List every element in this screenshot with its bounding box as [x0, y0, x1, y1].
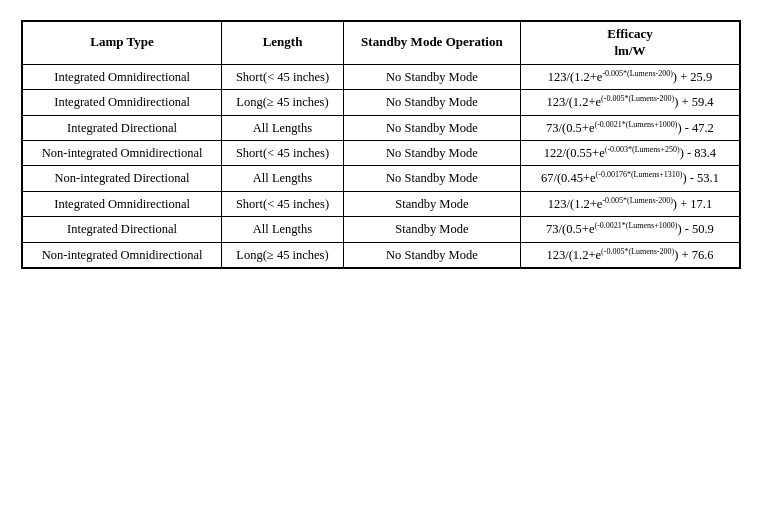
table-row: Non-integrated OmnidirectionalShort(< 45…: [22, 141, 740, 166]
table-row: Non-integrated DirectionalAll LengthsNo …: [22, 166, 740, 191]
cell-standby: No Standby Mode: [343, 242, 520, 268]
cell-standby: No Standby Mode: [343, 166, 520, 191]
cell-length: All Lengths: [222, 217, 344, 242]
cell-length: Long(≥ 45 inches): [222, 90, 344, 115]
cell-efficacy: 73/(0.5+e(-0.0021*(Lumens+1000)) - 50.9: [520, 217, 740, 242]
col-header-efficacy: Efficacy lm/W: [520, 21, 740, 64]
table-row: Integrated OmnidirectionalShort(< 45 inc…: [22, 191, 740, 216]
cell-length: All Lengths: [222, 115, 344, 140]
cell-length: Short(< 45 inches): [222, 141, 344, 166]
cell-efficacy: 67/(0.45+e(-0.00176*(Lumens+1310)) - 53.…: [520, 166, 740, 191]
table-row: Integrated OmnidirectionalShort(< 45 inc…: [22, 64, 740, 89]
efficacy-unit: lm/W: [614, 43, 645, 58]
cell-efficacy: 123/(1.2+e-0.005*(Lumens-200)) + 17.1: [520, 191, 740, 216]
cell-length: Short(< 45 inches): [222, 64, 344, 89]
cell-efficacy: 73/(0.5+e(-0.0021*(Lumens+1000)) - 47.2: [520, 115, 740, 140]
cell-efficacy: 122/(0.55+e(-0.003*(Lumens+250)) - 83.4: [520, 141, 740, 166]
table-row: Integrated DirectionalAll LengthsNo Stan…: [22, 115, 740, 140]
col-header-standby: Standby Mode Operation: [343, 21, 520, 64]
cell-efficacy: 123/(1.2+e(-0.005*(Lumens-200)) + 59.4: [520, 90, 740, 115]
cell-lamp-type: Non-integrated Omnidirectional: [22, 242, 222, 268]
cell-length: Short(< 45 inches): [222, 191, 344, 216]
cell-lamp-type: Integrated Directional: [22, 115, 222, 140]
cell-standby: No Standby Mode: [343, 115, 520, 140]
cell-length: All Lengths: [222, 166, 344, 191]
cell-lamp-type: Integrated Omnidirectional: [22, 90, 222, 115]
cell-lamp-type: Non-integrated Omnidirectional: [22, 141, 222, 166]
cell-standby: No Standby Mode: [343, 64, 520, 89]
cell-standby: No Standby Mode: [343, 141, 520, 166]
main-table-container: Lamp Type Length Standby Mode Operation …: [21, 20, 741, 269]
cell-standby: Standby Mode: [343, 217, 520, 242]
cell-standby: Standby Mode: [343, 191, 520, 216]
cell-lamp-type: Integrated Omnidirectional: [22, 191, 222, 216]
table-row: Integrated DirectionalAll LengthsStandby…: [22, 217, 740, 242]
efficacy-table: Lamp Type Length Standby Mode Operation …: [21, 20, 741, 269]
cell-lamp-type: Integrated Omnidirectional: [22, 64, 222, 89]
table-row: Non-integrated OmnidirectionalLong(≥ 45 …: [22, 242, 740, 268]
cell-lamp-type: Integrated Directional: [22, 217, 222, 242]
table-row: Integrated OmnidirectionalLong(≥ 45 inch…: [22, 90, 740, 115]
col-header-length: Length: [222, 21, 344, 64]
cell-standby: No Standby Mode: [343, 90, 520, 115]
col-header-lamp-type: Lamp Type: [22, 21, 222, 64]
cell-lamp-type: Non-integrated Directional: [22, 166, 222, 191]
cell-efficacy: 123/(1.2+e-0.005*(Lumens-200)) + 25.9: [520, 64, 740, 89]
cell-efficacy: 123/(1.2+e(-0.005*(Lumens-200)) + 76.6: [520, 242, 740, 268]
cell-length: Long(≥ 45 inches): [222, 242, 344, 268]
